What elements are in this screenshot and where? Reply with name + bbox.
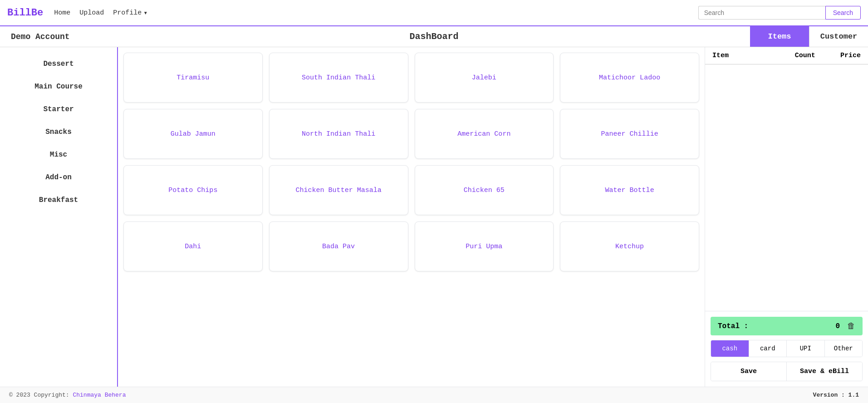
col-count-header: Count (787, 52, 824, 59)
top-tabs: Demo Account DashBoard Items Customer (0, 26, 868, 47)
search-button[interactable]: Search (825, 6, 861, 20)
sidebar-item-starter[interactable]: Starter (0, 100, 117, 119)
nav-profile[interactable]: Profile ▾ (113, 9, 147, 17)
nav-home[interactable]: Home (54, 9, 70, 17)
search-area: Search (698, 6, 861, 20)
grid-item-north-indian-thali[interactable]: North Indian Thali (269, 109, 408, 159)
grid-item-water-bottle[interactable]: Water Bottle (560, 165, 699, 215)
total-row: Total : 0 🗑 (711, 317, 863, 335)
col-item-header: Item (712, 52, 787, 59)
navbar: BillBe Home Upload Profile ▾ Search (0, 0, 868, 26)
payment-upi[interactable]: UPI (787, 340, 825, 357)
payment-card[interactable]: card (749, 340, 787, 357)
brand-logo: BillBe (7, 7, 43, 19)
grid-area: TiramisuSouth Indian ThaliJalebiMatichoo… (118, 47, 705, 387)
payment-other[interactable]: Other (825, 340, 863, 357)
items-grid: TiramisuSouth Indian ThaliJalebiMatichoo… (123, 53, 699, 328)
nav-links: Home Upload Profile ▾ (54, 9, 698, 17)
account-label: Demo Account (0, 32, 118, 41)
footer-author-link[interactable]: Chinmaya Behera (73, 392, 126, 398)
grid-item-american-corn[interactable]: American Corn (415, 109, 554, 159)
chevron-down-icon: ▾ (143, 9, 147, 17)
grid-item-south-indian-thali[interactable]: South Indian Thali (269, 53, 408, 103)
grid-item-gulab-jamun[interactable]: Gulab Jamun (123, 109, 263, 159)
grid-item-jalebi[interactable]: Jalebi (415, 53, 554, 103)
total-label: Total : (718, 322, 835, 330)
payment-cash[interactable]: cash (711, 340, 749, 357)
save-ebill-button[interactable]: Save & eBill (787, 362, 862, 381)
grid-item-ketchup[interactable]: Ketchup (560, 221, 699, 271)
grid-item-puri-upma[interactable]: Puri Upma (415, 221, 554, 271)
delete-icon[interactable]: 🗑 (847, 321, 855, 331)
footer-copyright: © 2023 Copyright: Chinmaya Behera (9, 392, 126, 398)
save-button[interactable]: Save (711, 362, 787, 381)
tab-items[interactable]: Items (750, 26, 809, 47)
tab-customer[interactable]: Customer (809, 26, 868, 47)
grid-item-bada-pav[interactable]: Bada Pav (269, 221, 408, 271)
right-panel: Item Count Price Total : 0 🗑 cashcardUPI… (705, 47, 868, 387)
order-list (705, 64, 868, 311)
action-row: Save Save & eBill (711, 362, 863, 381)
right-bottom: Total : 0 🗑 cashcardUPIOther Save Save &… (705, 311, 868, 387)
main-area: DessertMain CourseStarterSnacksMiscAdd-o… (0, 47, 868, 387)
total-value: 0 (835, 322, 840, 330)
sidebar-item-misc[interactable]: Misc (0, 145, 117, 164)
grid-item-chicken-butter-masala[interactable]: Chicken Butter Masala (269, 165, 408, 215)
grid-item-paneer-chillie[interactable]: Paneer Chillie (560, 109, 699, 159)
sidebar-item-add-on[interactable]: Add-on (0, 168, 117, 187)
search-input[interactable] (698, 6, 825, 20)
grid-item-matichoor-ladoo[interactable]: Matichoor Ladoo (560, 53, 699, 103)
dashboard-label: DashBoard (118, 31, 750, 42)
col-price-header: Price (824, 52, 861, 59)
sidebar-item-breakfast[interactable]: Breakfast (0, 191, 117, 210)
sidebar-item-main-course[interactable]: Main Course (0, 77, 117, 96)
grid-item-potato-chips[interactable]: Potato Chips (123, 165, 263, 215)
grid-item-chicken-65[interactable]: Chicken 65 (415, 165, 554, 215)
grid-item-dahi[interactable]: Dahi (123, 221, 263, 271)
version-label: Version : 1.1 (813, 392, 859, 398)
sidebar-item-snacks[interactable]: Snacks (0, 123, 117, 142)
sidebar: DessertMain CourseStarterSnacksMiscAdd-o… (0, 47, 118, 387)
payment-methods: cashcardUPIOther (711, 340, 863, 357)
nav-upload[interactable]: Upload (79, 9, 104, 17)
footer: © 2023 Copyright: Chinmaya Behera Versio… (0, 387, 868, 403)
table-header: Item Count Price (705, 47, 868, 64)
sidebar-item-dessert[interactable]: Dessert (0, 54, 117, 74)
grid-item-tiramisu[interactable]: Tiramisu (123, 53, 263, 103)
